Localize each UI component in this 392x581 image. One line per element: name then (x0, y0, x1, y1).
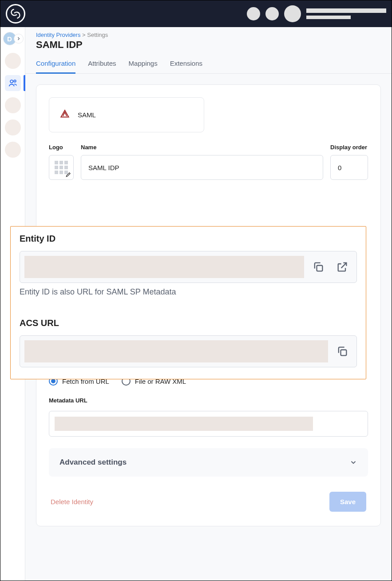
copy-button[interactable] (309, 257, 328, 277)
open-external-button[interactable] (333, 257, 352, 277)
name-label: Name (81, 144, 323, 151)
sidebar-item[interactable] (5, 53, 21, 69)
redacted-value (55, 417, 313, 431)
logo-upload[interactable] (49, 155, 74, 180)
highlighted-callout: Entity ID Entity ID is also URL for SAML… (10, 226, 366, 379)
top-bar (0, 0, 392, 27)
entity-id-field (20, 251, 357, 283)
breadcrumb: Identity Providers > Settings (36, 32, 381, 38)
svg-point-0 (10, 80, 13, 83)
svg-point-1 (14, 80, 16, 82)
sidebar-item[interactable] (5, 97, 21, 113)
user-info-placeholder (306, 8, 386, 19)
provider-card: SAML (49, 97, 204, 132)
sidebar-item[interactable] (5, 142, 21, 158)
org-switcher[interactable]: D (3, 31, 23, 47)
breadcrumb-current: Settings (87, 32, 108, 38)
advanced-settings-toggle[interactable]: Advanced settings (49, 448, 368, 477)
header-placeholder-icon (247, 7, 260, 20)
pencil-icon (65, 171, 71, 178)
save-button[interactable]: Save (329, 492, 366, 512)
tabs: Configuration Attributes Mappings Extens… (25, 55, 392, 74)
saml-icon (59, 108, 71, 121)
user-avatar[interactable] (284, 5, 301, 22)
tab-extensions[interactable]: Extensions (170, 55, 202, 74)
tab-mappings[interactable]: Mappings (129, 55, 158, 74)
copy-button[interactable] (333, 342, 352, 361)
order-label: Display order (330, 144, 368, 151)
app-logo-icon[interactable] (6, 4, 25, 24)
header-placeholder-icon (265, 7, 279, 20)
tab-attributes[interactable]: Attributes (88, 55, 116, 74)
logo-label: Logo (49, 144, 74, 151)
tab-configuration[interactable]: Configuration (36, 55, 75, 74)
display-order-input[interactable] (330, 155, 368, 180)
chevron-down-icon (349, 458, 357, 466)
sidebar-item[interactable] (5, 119, 21, 135)
breadcrumb-parent[interactable]: Identity Providers (36, 32, 80, 38)
svg-rect-3 (341, 350, 347, 356)
redacted-value (24, 340, 328, 362)
svg-rect-2 (317, 266, 323, 271)
chevron-right-icon (14, 34, 24, 44)
page-title: SAML IDP (36, 39, 381, 51)
acs-url-field (20, 335, 357, 367)
delete-identity-link[interactable]: Delete Identity (51, 498, 93, 505)
sidebar-item-users[interactable] (5, 75, 21, 91)
acs-url-label: ACS URL (20, 318, 357, 328)
metadata-url-input[interactable] (49, 411, 368, 437)
name-input[interactable] (81, 155, 323, 180)
metadata-url-label: Metadata URL (49, 397, 368, 404)
redacted-value (24, 256, 304, 278)
entity-id-label: Entity ID (20, 234, 357, 244)
provider-name: SAML (78, 111, 96, 119)
entity-id-hint: Entity ID is also URL for SAML SP Metada… (20, 287, 357, 297)
